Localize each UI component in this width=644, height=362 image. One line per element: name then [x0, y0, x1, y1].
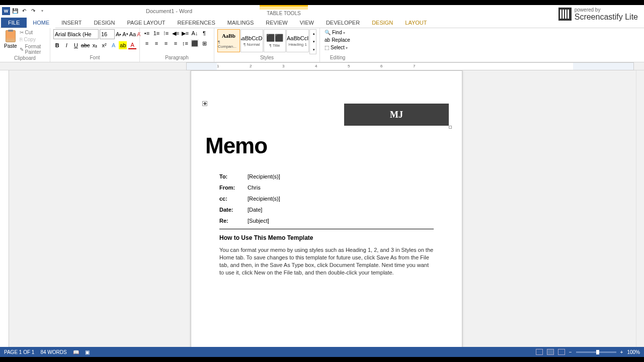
- field-to-value[interactable]: [Recipient(s)]: [248, 173, 280, 179]
- field-date-label[interactable]: Date:: [219, 207, 248, 213]
- paragraph-group-label: Paragraph: [143, 55, 211, 61]
- copy-button[interactable]: ⎘Copy: [19, 36, 47, 43]
- grow-font-icon[interactable]: A▴: [116, 30, 121, 38]
- horizontal-ruler[interactable]: 1 2 3 4 5 6 7: [0, 62, 644, 70]
- company-name-cell[interactable]: MJ: [344, 104, 449, 126]
- field-from-label[interactable]: From:: [219, 185, 248, 191]
- change-case-icon[interactable]: Aa: [129, 30, 136, 38]
- decrease-indent-icon[interactable]: ◀≡: [172, 29, 180, 37]
- format-painter-button[interactable]: ✎Format Painter: [19, 43, 47, 55]
- justify-icon[interactable]: ≡: [172, 39, 180, 47]
- page-indicator[interactable]: PAGE 1 OF 1: [4, 349, 34, 355]
- tab-mailings[interactable]: MAILINGS: [221, 18, 260, 28]
- font-name-select[interactable]: [53, 29, 99, 39]
- status-bar: PAGE 1 OF 1 84 WORDS 📖 ▣ − + 100%: [0, 347, 644, 357]
- paste-button[interactable]: Paste: [3, 29, 18, 55]
- group-paragraph: •≡ 1≡ ⁝≡ ◀≡ ▶≡ A↓ ¶ ≡ ≡ ≡ ≡ ↕≡ ⬛ ⊞ Parag…: [140, 28, 214, 62]
- tab-review[interactable]: REVIEW: [260, 18, 293, 28]
- tab-page-layout[interactable]: PAGE LAYOUT: [121, 18, 172, 28]
- print-layout-icon[interactable]: [547, 349, 554, 355]
- style-company[interactable]: AaBb ¶ Compan...: [217, 29, 240, 52]
- tab-table-design[interactable]: DESIGN: [366, 18, 399, 28]
- strikethrough-button[interactable]: abc: [82, 41, 90, 49]
- bold-button[interactable]: B: [53, 41, 61, 49]
- select-button[interactable]: ⬚Select: [323, 44, 352, 51]
- tab-table-layout[interactable]: LAYOUT: [399, 18, 433, 28]
- tab-references[interactable]: REFERENCES: [172, 18, 221, 28]
- highlight-icon[interactable]: ab: [119, 41, 127, 49]
- shading-icon[interactable]: ⬛: [191, 39, 199, 47]
- web-layout-icon[interactable]: [558, 349, 565, 355]
- tab-design[interactable]: DESIGN: [88, 18, 121, 28]
- document-area: ✥ MJ Memo To:[Recipient(s)] From:Chris c…: [0, 70, 644, 352]
- text-effects-icon[interactable]: A: [110, 41, 118, 49]
- align-left-icon[interactable]: ≡: [143, 39, 151, 47]
- tab-home[interactable]: HOME: [27, 18, 55, 28]
- memo-body[interactable]: You can format your memo by using styles…: [219, 246, 434, 276]
- memo-heading[interactable]: How to Use This Memo Template: [219, 234, 448, 241]
- tab-insert[interactable]: INSERT: [55, 18, 88, 28]
- style-normal[interactable]: AaBbCcDc ¶ Normal: [240, 29, 263, 52]
- align-center-icon[interactable]: ≡: [152, 39, 160, 47]
- vertical-scrollbar[interactable]: [636, 70, 644, 352]
- memo-title[interactable]: Memo: [205, 133, 448, 158]
- multilevel-icon[interactable]: ⁝≡: [162, 29, 170, 37]
- tab-developer[interactable]: DEVELOPER: [320, 18, 366, 28]
- numbering-icon[interactable]: 1≡: [152, 29, 160, 37]
- letterbox-bottom: [0, 357, 644, 362]
- shrink-font-icon[interactable]: A▾: [122, 30, 128, 38]
- spell-check-icon[interactable]: 📖: [73, 349, 79, 355]
- find-button[interactable]: 🔍Find: [323, 29, 352, 36]
- tab-file[interactable]: FILE: [1, 18, 27, 28]
- redo-icon[interactable]: ↷: [29, 7, 37, 15]
- word-count[interactable]: 84 WORDS: [40, 349, 66, 355]
- read-mode-icon[interactable]: [536, 349, 543, 355]
- increase-indent-icon[interactable]: ▶≡: [181, 29, 189, 37]
- table-move-handle[interactable]: ✥: [202, 101, 207, 106]
- qat-customize-icon[interactable]: [38, 7, 46, 15]
- line-spacing-icon[interactable]: ↕≡: [181, 39, 189, 47]
- italic-button[interactable]: I: [63, 41, 71, 49]
- field-from-value[interactable]: Chris: [248, 185, 261, 191]
- zoom-slider[interactable]: [576, 351, 616, 353]
- undo-icon[interactable]: ↶: [20, 7, 28, 15]
- styles-more-icon[interactable]: ▾: [310, 46, 318, 54]
- borders-icon[interactable]: ⊞: [200, 39, 208, 47]
- group-font: A▴ A▾ Aa A̸ B I U abc x₂ x² A ab A Font: [50, 28, 140, 62]
- style-heading1[interactable]: AaBbCcI Heading 1: [286, 29, 309, 52]
- show-marks-icon[interactable]: ¶: [200, 29, 208, 37]
- field-cc-label[interactable]: cc:: [219, 196, 248, 202]
- field-cc-value[interactable]: [Recipient(s)]: [248, 196, 280, 202]
- subscript-button[interactable]: x₂: [91, 41, 99, 49]
- style-title[interactable]: ⬛⬛ ¶ Title: [264, 29, 286, 52]
- vertical-ruler[interactable]: [0, 70, 9, 352]
- styles-gallery[interactable]: AaBb ¶ Compan... AaBbCcDc ¶ Normal ⬛⬛ ¶ …: [217, 29, 316, 54]
- screencastify-watermark: powered by Screencastify Lite: [555, 6, 641, 23]
- sort-icon[interactable]: A↓: [191, 29, 199, 37]
- font-color-icon[interactable]: A: [128, 41, 136, 49]
- table-resize-handle[interactable]: [449, 126, 452, 129]
- field-re-value[interactable]: [Subject]: [248, 218, 269, 224]
- tabletools-highlight: [260, 5, 308, 10]
- zoom-level[interactable]: 100%: [627, 349, 640, 355]
- field-re-label[interactable]: Re:: [219, 218, 248, 224]
- styles-up-icon[interactable]: ▴: [310, 30, 318, 38]
- zoom-out-icon[interactable]: −: [569, 349, 572, 355]
- underline-button[interactable]: U: [72, 41, 80, 49]
- paste-label: Paste: [4, 43, 17, 49]
- bullets-icon[interactable]: •≡: [143, 29, 151, 37]
- document-page[interactable]: ✥ MJ Memo To:[Recipient(s)] From:Chris c…: [191, 70, 462, 352]
- save-icon[interactable]: 💾: [11, 7, 19, 15]
- zoom-in-icon[interactable]: +: [620, 349, 623, 355]
- align-right-icon[interactable]: ≡: [162, 39, 170, 47]
- styles-down-icon[interactable]: ▾: [310, 38, 318, 46]
- superscript-button[interactable]: x²: [100, 41, 108, 49]
- font-size-select[interactable]: [100, 29, 115, 39]
- word-app-icon[interactable]: W: [2, 7, 10, 15]
- field-date-value[interactable]: [Date]: [248, 207, 262, 213]
- tab-view[interactable]: VIEW: [294, 18, 320, 28]
- replace-button[interactable]: abReplace: [323, 37, 352, 43]
- cut-button[interactable]: ✂Cut: [19, 29, 47, 36]
- field-to-label[interactable]: To:: [219, 173, 248, 179]
- macro-icon[interactable]: ▣: [85, 349, 90, 355]
